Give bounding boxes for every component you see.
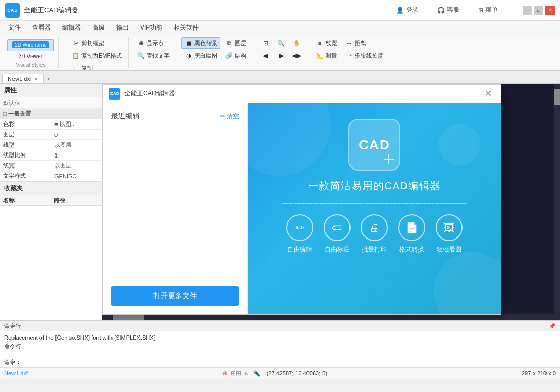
toolbar-measure-section: ≡ 线宽 ↔ 距离 📐 测量 〰 多段线长度 (310, 37, 389, 68)
print-feature-icon: 🖨 (361, 214, 388, 241)
pin-button[interactable]: 📌 (549, 323, 556, 329)
copy-emf-button[interactable]: 📋 复制为EMF格式 (68, 50, 125, 61)
linetype-scale-row: 线型比例 1 (0, 150, 102, 161)
feature-view: 🖼 轻松看图 (436, 214, 463, 254)
features-row: ✏ 自由编辑 🏷 自由标注 🖨 批量打印 (286, 214, 463, 254)
linetype-scale-label: 线型比例 (0, 150, 51, 161)
recent-header: 最近编辑 ✏ 清空 (111, 111, 239, 121)
zoom-extent-button[interactable]: ⊡ (258, 37, 273, 49)
find-text-button[interactable]: 🔍 查找文字 (134, 50, 173, 61)
tab-new1-dxf[interactable]: New1.dxf ✕ (2, 74, 44, 83)
command-input[interactable] (23, 359, 556, 366)
search-icon: 🔍 (137, 51, 145, 60)
textstyle-label: 文字样式 (0, 171, 51, 181)
user-icon: 👤 (396, 7, 404, 14)
textstyle-row: 文字样式 GENISO (0, 171, 102, 181)
minimize-button[interactable]: ─ (523, 6, 532, 15)
sidebar: 属性 默认值 □ 一般设置 色彩 ■ 以图... 图层 0 线型 以图层 线型比… (0, 84, 102, 320)
nav-btns[interactable]: ◀▶ (289, 50, 304, 61)
name-col-header: 名称 (0, 195, 51, 206)
command-output: Replacement of the [Geniso.SHX] font wit… (0, 331, 560, 357)
toolbar-sep-1 (62, 39, 62, 65)
toolbar-edit-section: ✂ 剪切框架 📋 复制为EMF格式 📄 复制 (65, 37, 129, 68)
cmd-line-1: Replacement of the [Geniso.SHX] font wit… (4, 333, 556, 342)
path-col-header: 路径 (51, 195, 102, 206)
2d-wireframe-button[interactable]: 2D Wireframe (7, 39, 54, 51)
linewidth-icon: ≡ (316, 39, 324, 47)
main-content-area: 属性 默认值 □ 一般设置 色彩 ■ 以图... 图层 0 线型 以图层 线型比… (0, 84, 560, 320)
linewidth-value[interactable]: 以图层 (51, 161, 102, 171)
title-buttons: 👤 登录 🎧 客服 ⊞ 菜单 ─ □ ✕ (392, 4, 555, 17)
pan-button[interactable]: ✋ (289, 37, 304, 49)
grid-icon: ⊞ (478, 7, 483, 14)
menu-button[interactable]: ⊞ 菜单 (474, 4, 502, 17)
cut-frame-button[interactable]: ✂ 剪切框架 (68, 37, 107, 49)
nav-forward-button[interactable]: ▶ (274, 50, 288, 61)
zoom-in-icon: 🔍 (277, 39, 285, 47)
welcome-close-button[interactable]: ✕ (482, 88, 495, 100)
layer-icon: ⧉ (225, 39, 233, 47)
textstyle-value[interactable]: GENISO (51, 171, 102, 181)
open-files-button[interactable]: 打开更多文件 (111, 286, 239, 306)
nav-back-button[interactable]: ◀ (258, 50, 273, 61)
bg-icon: ◼ (185, 39, 193, 47)
multi-length-button[interactable]: 〰 多段线长度 (342, 50, 386, 61)
title-bar: CAD 全能王CAD编辑器 👤 登录 🎧 客服 ⊞ 菜单 ─ □ ✕ (0, 0, 560, 21)
tab-close-button[interactable]: ✕ (34, 76, 38, 82)
back-icon: ◀ (261, 51, 270, 60)
window-controls: ─ □ ✕ (523, 6, 555, 15)
deco-circle-2 (433, 252, 501, 314)
status-icon-grid: ⊞⊞ (231, 370, 241, 377)
distance-button[interactable]: ↔ 距离 (342, 37, 369, 49)
menu-vip[interactable]: VIP功能 (135, 22, 167, 34)
properties-table: □ 一般设置 色彩 ■ 以图... 图层 0 线型 以图层 线型比例 1 线宽 … (0, 109, 102, 181)
layer-button[interactable]: ⧉ 图层 (222, 37, 249, 49)
zoom-in-button[interactable]: 🔍 (274, 37, 288, 49)
service-button[interactable]: 🎧 客服 (433, 4, 464, 17)
menu-advanced[interactable]: 高级 (87, 22, 110, 34)
copy-button[interactable]: 📄 复制 (68, 62, 96, 71)
canvas-area[interactable]: Model ◀ ▶ CAD 全能王CAD编辑器 ✕ (102, 84, 560, 320)
color-value[interactable]: ■ 以图... (51, 119, 102, 130)
menu-output[interactable]: 输出 (111, 22, 134, 34)
recent-files-list (111, 129, 239, 286)
welcome-logo: CAD (109, 88, 120, 100)
view-feature-icon: 🖼 (436, 214, 463, 241)
3d-viewer-button[interactable]: 3D Viewer (7, 51, 54, 61)
welcome-right-panel: CAD 一款简洁易用的CAD编辑器 (248, 103, 501, 314)
headset-icon: 🎧 (437, 7, 445, 14)
close-button[interactable]: ✕ (545, 6, 555, 15)
menu-related[interactable]: 相关软件 (169, 22, 204, 34)
login-button[interactable]: 👤 登录 (392, 4, 423, 17)
clear-recent-button[interactable]: ✏ 清空 (220, 112, 239, 121)
menu-file[interactable]: 文件 (3, 22, 26, 34)
extent-icon: ⊡ (261, 39, 270, 47)
welcome-dialog: CAD 全能王CAD编辑器 ✕ 最近编辑 ✏ 清空 (102, 84, 560, 320)
welcome-title: 全能王CAD编辑器 (124, 89, 478, 98)
linetype-scale-value[interactable]: 1 (51, 150, 102, 161)
black-bg-button[interactable]: ◼ 黑色背景 (181, 37, 220, 49)
toolbar-view-section: ⊡ 🔍 ✋ ◀ ▶ ◀▶ (255, 37, 307, 68)
menu-bar: 文件 查看器 编辑器 高级 输出 VIP功能 相关软件 (0, 21, 560, 35)
linetype-value[interactable]: 以图层 (51, 140, 102, 150)
structure-button[interactable]: 🔗 结构 (222, 50, 249, 61)
status-icon-polar: 🔦 (253, 370, 260, 377)
show-point-button[interactable]: ⊕ 显示点 (134, 37, 167, 49)
menu-editor[interactable]: 编辑器 (57, 22, 86, 34)
line-width-button[interactable]: ≡ 线宽 (313, 37, 340, 49)
maximize-button[interactable]: □ (534, 6, 543, 15)
visual-styles-section: 2D Wireframe 3D Viewer Visual Styles (3, 37, 59, 68)
point-icon: ⊕ (137, 39, 145, 47)
measure-button[interactable]: 📐 测量 (313, 50, 340, 61)
tab-dropdown-arrow[interactable]: ▼ (47, 77, 51, 81)
status-icon-snap: ⊕ (222, 370, 228, 377)
layer-value[interactable]: 0 (51, 130, 102, 140)
black-white-button[interactable]: ◑ 黑白绘图 (181, 50, 220, 61)
menu-viewer[interactable]: 查看器 (27, 22, 56, 34)
slogan-text: 一款简洁易用的CAD编辑器 (308, 179, 440, 193)
status-file[interactable]: New1.dxf (4, 370, 28, 376)
copy-icon: 📄 (72, 64, 80, 71)
command-area: 命令行 📌 Replacement of the [Geniso.SHX] fo… (0, 320, 560, 367)
deco-circle-3 (439, 124, 480, 165)
status-size: 297 x 210 x 0 (522, 370, 556, 376)
